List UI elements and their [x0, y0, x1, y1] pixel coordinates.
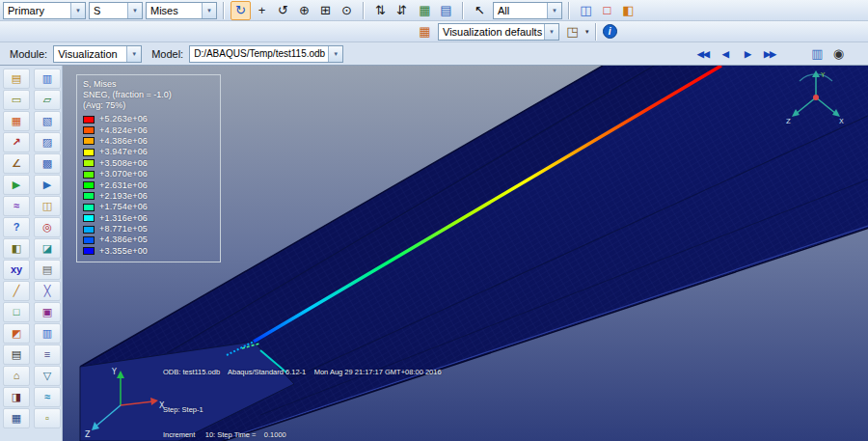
box-zoom-button[interactable]: ⊞ [315, 1, 336, 20]
legend-options-button[interactable]: ▥ [34, 323, 61, 344]
animate-scale-factor-button[interactable]: ▶ [3, 175, 30, 195]
module-combo[interactable]: Visualization ▼ [53, 45, 142, 63]
create-path-button[interactable]: ╱ [3, 281, 30, 301]
animation-options-button[interactable]: ◫ [34, 196, 61, 216]
legend-color-chip [83, 137, 95, 145]
spectrum-manager-button[interactable]: ▤ [3, 69, 30, 89]
legend-entry-value: +4.386e+05 [99, 234, 148, 245]
plot-defaults-combo[interactable]: Visualization defaults ▼ [438, 23, 559, 41]
legend-entry-value: +2.193e+06 [99, 191, 148, 202]
symbol-options-button[interactable]: ▨ [34, 132, 61, 152]
toolbox-glyph-icon: ◎ [42, 222, 52, 233]
dropdown-arrow-icon[interactable]: ▼ [70, 3, 85, 18]
toolbar-separator [568, 2, 570, 19]
pick-cursor-button[interactable]: ↖ [470, 1, 490, 20]
dropdown-arrow-icon[interactable]: ▼ [202, 3, 216, 18]
contour-options-button[interactable]: ▧ [34, 111, 61, 131]
stream-lines-button[interactable]: ≈ [34, 387, 61, 407]
dropdown-arrow-icon[interactable]: ▼ [328, 46, 342, 62]
selection-scope-combo[interactable]: All ▼ [493, 2, 562, 19]
sync-view-button[interactable]: ↻ [231, 1, 251, 20]
sort-descending-button[interactable]: ⇵ [392, 1, 412, 20]
legend-color-chip [83, 192, 95, 200]
highlight-box-button[interactable]: □ [597, 1, 617, 20]
defaults-palette-button[interactable]: ▦ [415, 22, 435, 41]
toolbar-separator [363, 2, 365, 19]
field-output-invariant-combo[interactable]: Mises ▼ [146, 2, 217, 19]
pan-view-button[interactable]: + [252, 1, 272, 20]
plot-symbols-button[interactable]: ↗ [3, 132, 30, 152]
view-grid-button[interactable]: ▤ [436, 1, 456, 20]
section-cut-button[interactable]: ◨ [3, 387, 30, 407]
legend-entry: +3.070e+06 [83, 169, 214, 179]
chevron-down-icon[interactable]: ▾ [585, 28, 589, 36]
visualization-toolbox: ▤ ▥ ▭ ▱ ▦ ▧ ↗ [0, 66, 63, 441]
xy-options-button[interactable]: ▤ [34, 260, 61, 280]
model-combo[interactable]: D:/ABAQUS/Temp/test115.odb ▼ [189, 45, 343, 63]
legend-entry-value: +4.386e+06 [99, 136, 148, 147]
dropdown-arrow-icon[interactable]: ▼ [547, 3, 561, 18]
viewer-options-button[interactable]: ▦ [3, 408, 30, 428]
plot-undeformed-button[interactable]: ▭ [3, 90, 30, 110]
record-animation-button[interactable]: ◉ [828, 44, 849, 64]
dropdown-arrow-icon[interactable]: ▼ [126, 46, 141, 62]
next-frame-button[interactable]: ▶ [737, 45, 758, 63]
legend-entry-value: +2.631e+06 [99, 180, 148, 191]
frame-arrow-icon: ◀◀ [697, 49, 709, 59]
toolbox-glyph-icon: ≡ [44, 349, 50, 360]
dropdown-arrow-icon[interactable]: ▼ [544, 24, 558, 40]
toolbox-glyph-icon: ▧ [42, 116, 52, 126]
viewport[interactable]: Y X Z Y X Z S, Mises SNEG, (fra [63, 66, 868, 441]
view-tools-group: ↻ + ↺ ⊕ ⊞ ⊙ [231, 1, 357, 20]
probe-values-button[interactable]: ◎ [34, 217, 61, 237]
selection-filter-button[interactable]: ▽ [34, 366, 61, 386]
animation-options-button[interactable]: ▥ [807, 44, 827, 64]
legend-entry: +4.386e+06 [83, 136, 214, 147]
toolbar-separator [223, 2, 225, 19]
toolbox-glyph-icon: ▱ [43, 95, 51, 105]
animate-harmonic-button[interactable]: ≈ [3, 196, 30, 216]
plot-deformed-button[interactable]: ▱ [34, 90, 61, 110]
field-output-position-combo[interactable]: Primary ▼ [3, 2, 86, 19]
legend-color-chip [83, 226, 95, 234]
auto-fit-button[interactable]: ⊙ [337, 1, 357, 20]
query-information-button[interactable]: ? [3, 217, 30, 237]
display-group-manager-button[interactable]: ▣ [34, 302, 61, 322]
view-cut-manager-button[interactable]: ◪ [34, 238, 61, 259]
legend-entry-value: +1.754e+06 [99, 202, 148, 212]
view-table-button[interactable]: ▦ [415, 1, 435, 20]
field-output-variable-combo[interactable]: S ▼ [89, 2, 143, 19]
rotate-view-button[interactable]: ↺ [273, 1, 293, 20]
field-report-button[interactable]: ▤ [3, 345, 30, 365]
plot-state-box-button[interactable]: ◳ [562, 22, 583, 41]
create-display-group-button[interactable]: □ [3, 302, 30, 322]
first-frame-button[interactable]: ◀◀ [692, 45, 714, 63]
edit-path-button[interactable]: ╳ [34, 281, 61, 301]
free-body-cut-button[interactable]: ◧ [3, 238, 30, 259]
result-options-button[interactable]: ≡ [34, 345, 61, 365]
sort-ascending-button[interactable]: ⇅ [370, 1, 391, 20]
dropdown-arrow-icon[interactable]: ▼ [127, 3, 142, 18]
toolbox-glyph-icon: ▥ [42, 328, 52, 339]
legend-color-chip [83, 247, 95, 255]
orientation-options-button[interactable]: ▩ [34, 153, 61, 174]
last-frame-button[interactable]: ▶▶ [759, 45, 780, 63]
legend-entry-value: +5.263e+06 [99, 114, 148, 124]
capture-view-button[interactable]: ◧ [618, 1, 638, 20]
toolbox-glyph-icon: ⌂ [14, 371, 20, 381]
odb-display-options-button[interactable]: ⌂ [3, 366, 30, 386]
toolbox-glyph-icon: ◩ [12, 328, 21, 339]
zoom-in-button[interactable]: ⊕ [294, 1, 314, 20]
info-button[interactable]: i [603, 24, 617, 39]
cursor-arrow-icon: ↖ [475, 4, 485, 16]
animate-time-history-button[interactable]: ▶ [34, 175, 61, 195]
plot-state-button[interactable]: ▫ [34, 408, 61, 428]
color-code-button[interactable]: ◩ [3, 323, 30, 344]
plot-contours-button[interactable]: ▦ [3, 111, 30, 131]
create-xy-data-button[interactable]: xy [3, 260, 30, 280]
material-orientation-button[interactable]: ∠ [3, 153, 30, 174]
field-output-invariant-value: Mises [147, 5, 202, 16]
frame-selector-button[interactable]: ▥ [34, 69, 61, 89]
previous-frame-button[interactable]: ◀ [715, 45, 736, 63]
link-viewports-button[interactable]: ◫ [576, 1, 596, 20]
